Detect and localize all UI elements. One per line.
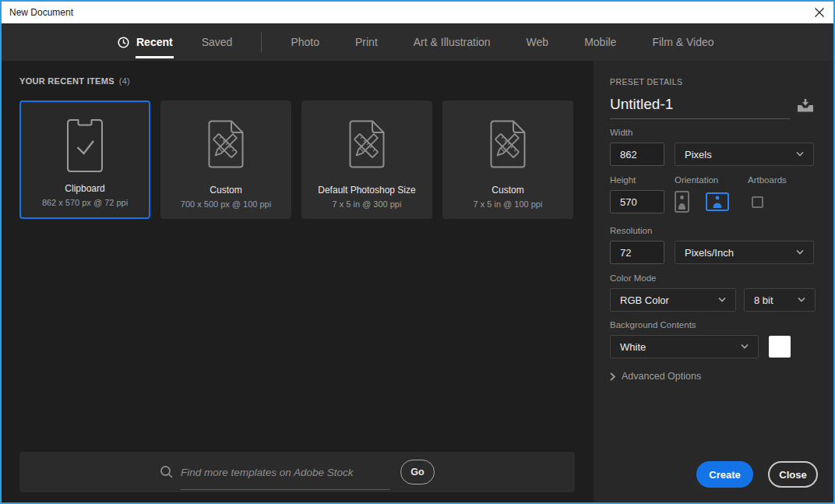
document-ruler-pencil-icon [347,119,386,169]
clock-icon [118,37,129,48]
width-label: Width [610,128,814,138]
adobe-stock-searchbar: Find more templates on Adobe Stock Go [19,452,575,492]
background-contents-label: Background Contents [610,320,814,330]
recent-items-list: Clipboard 862 x 570 px @ 72 ppi Custom 7… [19,100,573,219]
chevron-down-icon [796,152,804,157]
tab-art-illustration[interactable]: Art & Illustration [396,23,509,61]
chevron-down-icon [741,344,749,349]
template-subtitle: 7 x 5 in @ 300 ppi [305,199,429,209]
height-input[interactable]: 570 [610,190,664,213]
resolution-input[interactable]: 72 [610,241,664,264]
tab-photo[interactable]: Photo [273,23,337,61]
recent-items-heading: YOUR RECENT ITEMS(4) [19,76,130,86]
orientation-landscape-button[interactable] [706,192,729,211]
bit-depth-dropdown[interactable]: 8 bit [744,288,816,312]
window-close-button[interactable] [805,2,833,23]
width-input[interactable]: 862 [610,143,664,166]
height-label: Height [610,175,675,185]
chevron-down-icon [798,298,805,302]
resolution-label: Resolution [610,226,814,236]
background-contents-dropdown[interactable]: White [610,335,759,358]
orientation-label: Orientation [675,175,748,185]
background-color-swatch[interactable] [769,336,791,358]
category-tabbar: Recent Saved Photo Print Art & Illustrat… [2,23,833,61]
template-subtitle: 862 x 570 px @ 72 ppi [24,198,146,207]
tab-mobile[interactable]: Mobile [566,23,634,61]
go-button[interactable]: Go [400,460,435,485]
clipboard-icon [66,118,104,173]
orientation-portrait-button[interactable] [675,191,689,213]
chevron-right-icon [610,372,615,381]
search-icon [160,465,174,479]
tab-saved[interactable]: Saved [184,23,251,61]
portrait-person-icon [676,193,688,211]
document-ruler-pencil-icon [488,119,527,169]
new-document-dialog: New Document Recent Saved Photo Print Ar… [0,0,835,504]
width-unit-dropdown[interactable]: Pixels [675,143,814,166]
preset-details-heading: PRESET DETAILS [610,77,814,87]
tab-recent[interactable]: Recent [100,23,184,61]
titlebar: New Document [2,2,833,23]
window-title: New Document [9,7,73,18]
save-preset-icon[interactable] [797,99,814,112]
chevron-down-icon [718,298,726,302]
template-title: Default Photoshop Size [305,185,429,196]
template-title: Clipboard [24,183,146,194]
landscape-person-icon [707,195,728,210]
document-ruler-pencil-icon [206,119,245,169]
close-icon [814,7,825,18]
template-subtitle: 7 x 5 in @ 100 ppi [446,199,570,209]
resolution-unit-dropdown[interactable]: Pixels/Inch [675,241,814,264]
tab-web[interactable]: Web [509,23,567,61]
create-button[interactable]: Create [696,461,753,488]
document-name-input[interactable]: Untitled-1 [610,96,790,119]
tab-film-video[interactable]: Film & Video [634,23,731,61]
preset-details-panel: PRESET DETAILS Untitled-1 Width 862 Pixe… [594,61,833,502]
template-card-default-photoshop-size[interactable]: Default Photoshop Size 7 x 5 in @ 300 pp… [301,100,432,219]
tab-print[interactable]: Print [337,23,396,61]
chevron-down-icon [796,250,804,255]
color-mode-label: Color Mode [610,273,814,284]
stock-search-input[interactable]: Find more templates on Adobe Stock [181,465,390,490]
template-card-custom-1[interactable]: Custom 700 x 500 px @ 100 ppi [160,100,291,219]
color-mode-dropdown[interactable]: RGB Color [610,288,736,312]
tab-divider [261,32,262,52]
template-card-clipboard[interactable]: Clipboard 862 x 570 px @ 72 ppi [19,100,150,219]
close-button[interactable]: Close [768,461,818,488]
artboards-checkbox[interactable] [752,196,763,208]
template-title: Custom [446,185,570,196]
template-card-custom-2[interactable]: Custom 7 x 5 in @ 100 ppi [442,100,573,219]
artboards-label: Artboards [748,175,787,185]
template-subtitle: 700 x 500 px @ 100 ppi [164,199,288,209]
advanced-options-toggle[interactable]: Advanced Options [610,371,814,382]
template-title: Custom [164,185,288,196]
